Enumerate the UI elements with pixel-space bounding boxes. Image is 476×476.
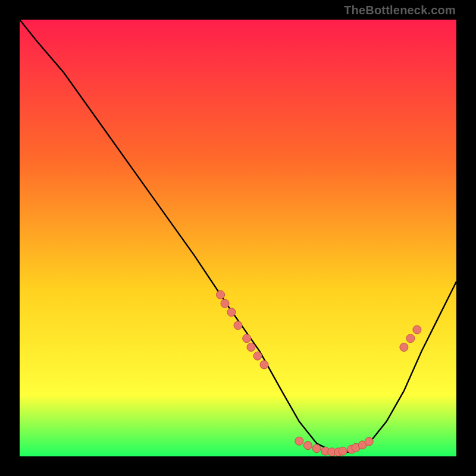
data-point [260,361,268,369]
attribution-text: TheBottleneck.com [344,4,456,17]
data-point [243,334,251,343]
data-point [253,352,262,360]
gradient-background [20,20,456,456]
data-point [365,437,373,446]
data-point [217,290,225,299]
data-point [227,308,236,317]
data-point [400,343,408,352]
data-point [234,321,242,330]
data-point [413,325,421,334]
chart-frame: TheBottleneck.com [0,0,476,476]
plot-area [20,20,456,456]
data-point [295,437,303,445]
data-point [406,334,415,343]
chart-svg [20,20,456,456]
data-point [221,299,229,308]
data-point [303,441,312,450]
data-point [312,444,321,453]
data-point [247,343,255,352]
data-point [339,447,347,455]
